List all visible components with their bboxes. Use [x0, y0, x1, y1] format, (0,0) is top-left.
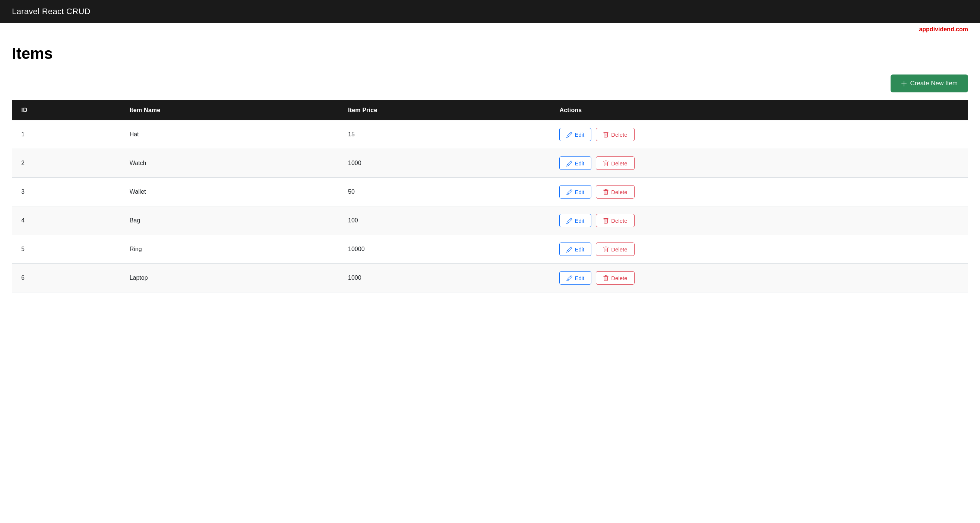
edit-icon: [566, 131, 572, 138]
edit-label: Edit: [574, 160, 584, 167]
cell-actions: Edit Delete: [550, 178, 968, 207]
cell-id: 1: [12, 120, 121, 149]
edit-icon: [566, 275, 572, 281]
edit-icon: [566, 217, 572, 224]
edit-button[interactable]: Edit: [559, 185, 591, 199]
trash-icon: [603, 160, 609, 167]
cell-name: Bag: [121, 207, 339, 235]
trash-icon: [603, 275, 609, 281]
edit-label: Edit: [574, 189, 584, 195]
table-header-row: ID Item Name Item Price Actions: [12, 100, 968, 121]
cell-price: 1000: [339, 149, 550, 178]
create-button-row: Create New Item: [12, 75, 968, 92]
edit-label: Edit: [574, 246, 584, 253]
table-body: 1 Hat 15 Edit: [12, 120, 968, 292]
col-header-name: Item Name: [121, 100, 339, 121]
cell-price: 100: [339, 207, 550, 235]
edit-icon: [566, 189, 572, 195]
trash-icon: [603, 217, 609, 224]
delete-button[interactable]: Delete: [596, 214, 634, 227]
cell-name: Wallet: [121, 178, 339, 207]
cell-name: Laptop: [121, 264, 339, 292]
col-header-id: ID: [12, 100, 121, 121]
delete-label: Delete: [611, 275, 627, 281]
col-header-price: Item Price: [339, 100, 550, 121]
delete-button[interactable]: Delete: [596, 128, 634, 141]
table-row: 1 Hat 15 Edit: [12, 120, 968, 149]
navbar-brand: Laravel React CRUD: [12, 7, 91, 16]
cell-actions: Edit Delete: [550, 149, 968, 178]
items-table: ID Item Name Item Price Actions 1 Hat 15: [12, 100, 968, 292]
cell-actions: Edit Delete: [550, 120, 968, 149]
table-row: 4 Bag 100 Edit: [12, 207, 968, 235]
create-new-item-button[interactable]: Create New Item: [891, 75, 968, 92]
delete-label: Delete: [611, 218, 627, 224]
edit-button[interactable]: Edit: [559, 156, 591, 170]
cell-actions: Edit Delete: [550, 235, 968, 264]
edit-button[interactable]: Edit: [559, 128, 591, 141]
delete-label: Delete: [611, 132, 627, 138]
table-row: 2 Watch 1000 Edit: [12, 149, 968, 178]
delete-button[interactable]: Delete: [596, 271, 634, 285]
cell-price: 1000: [339, 264, 550, 292]
delete-button[interactable]: Delete: [596, 185, 634, 199]
table-row: 5 Ring 10000 Edit: [12, 235, 968, 264]
edit-label: Edit: [574, 132, 584, 138]
cell-name: Hat: [121, 120, 339, 149]
cell-id: 2: [12, 149, 121, 178]
delete-label: Delete: [611, 160, 627, 167]
plus-icon: [901, 80, 907, 87]
cell-name: Watch: [121, 149, 339, 178]
trash-icon: [603, 246, 609, 253]
page-title: Items: [12, 45, 968, 63]
watermark-bar: appdividend.com: [0, 23, 980, 36]
col-header-actions: Actions: [550, 100, 968, 121]
cell-actions: Edit Delete: [550, 207, 968, 235]
watermark-text: appdividend.com: [919, 26, 968, 32]
cell-price: 10000: [339, 235, 550, 264]
edit-button[interactable]: Edit: [559, 243, 591, 256]
trash-icon: [603, 131, 609, 138]
create-button-label: Create New Item: [910, 80, 958, 87]
delete-label: Delete: [611, 246, 627, 253]
cell-price: 15: [339, 120, 550, 149]
cell-id: 6: [12, 264, 121, 292]
delete-button[interactable]: Delete: [596, 243, 634, 256]
edit-label: Edit: [574, 218, 584, 224]
edit-icon: [566, 160, 572, 167]
cell-price: 50: [339, 178, 550, 207]
main-content: Items Create New Item ID Item Name Item …: [0, 36, 980, 301]
cell-id: 4: [12, 207, 121, 235]
table-row: 3 Wallet 50 Edit: [12, 178, 968, 207]
cell-id: 3: [12, 178, 121, 207]
delete-label: Delete: [611, 189, 627, 195]
table-header: ID Item Name Item Price Actions: [12, 100, 968, 121]
cell-actions: Edit Delete: [550, 264, 968, 292]
cell-id: 5: [12, 235, 121, 264]
edit-button[interactable]: Edit: [559, 271, 591, 285]
table-row: 6 Laptop 1000 Edit: [12, 264, 968, 292]
edit-button[interactable]: Edit: [559, 214, 591, 227]
navbar: Laravel React CRUD: [0, 0, 980, 23]
edit-icon: [566, 246, 572, 253]
edit-label: Edit: [574, 275, 584, 281]
delete-button[interactable]: Delete: [596, 156, 634, 170]
cell-name: Ring: [121, 235, 339, 264]
trash-icon: [603, 189, 609, 195]
